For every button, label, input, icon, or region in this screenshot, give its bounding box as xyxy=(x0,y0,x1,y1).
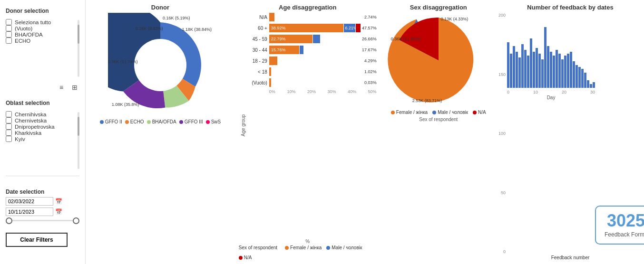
donor-label-4: 1.18K (38.84%) xyxy=(182,27,212,32)
calendar-icon-start[interactable]: 📅 xyxy=(55,198,62,205)
donor-checkbox-item[interactable]: BHA/OFDA xyxy=(6,31,77,38)
donor-legend-item: GFFO III xyxy=(179,119,203,124)
clear-filters-button[interactable]: Clear Filters xyxy=(6,233,68,247)
oblast-section-title: Oblast selection xyxy=(6,100,79,106)
donor-checkbox-item[interactable]: (Vuoto) xyxy=(6,25,77,31)
date-end-input[interactable] xyxy=(6,207,53,216)
oblast-checkbox[interactable] xyxy=(6,123,12,130)
oblast-checkbox-item[interactable]: Chernivetska xyxy=(6,117,77,123)
oblast-scrollbar-thumb[interactable] xyxy=(78,117,79,136)
sidebar: Donor selection Seleziona tutto(Vuoto)BH… xyxy=(0,0,86,264)
nfbd-bar xyxy=(524,50,527,88)
nfbd-y-label: 150 xyxy=(498,72,506,77)
sex-pie-svg xyxy=(386,13,491,108)
donor-legend-label: GFFO III xyxy=(185,119,203,124)
oblast-checkbox[interactable] xyxy=(6,111,12,117)
slider-thumb-left[interactable] xyxy=(6,217,12,224)
age-row-label: < 18 xyxy=(248,69,269,75)
nfbd-y-labels: 200150100500 xyxy=(498,13,507,254)
nfbd-bar xyxy=(521,44,524,88)
donor-donut-hole xyxy=(134,39,186,91)
feedback-number: 3025 xyxy=(607,212,644,229)
sex-chart-column: Sex disaggregation 0.13K (4.33%) 0.36K (… xyxy=(381,0,497,264)
nfbd-x-tick: 10 xyxy=(533,90,538,94)
oblast-checkbox[interactable] xyxy=(6,130,12,136)
age-bar-orange: 38.92% xyxy=(269,24,343,32)
nfbd-y-label: 0 xyxy=(503,249,506,254)
nfbd-bar xyxy=(541,59,544,88)
sex-label-3: 2.53K (83.71%) xyxy=(412,98,442,103)
donor-scrollbar[interactable] xyxy=(77,19,79,78)
donor-legend-item: GFFO II xyxy=(100,119,122,124)
oblast-list: ChernihivskaChernivetskaDnipropetrovskaK… xyxy=(6,111,77,170)
donor-checkbox[interactable] xyxy=(6,19,12,25)
donor-label-5: 1.08K (35.8%) xyxy=(112,102,139,107)
oblast-checkbox-item[interactable]: Kyiv xyxy=(6,136,77,142)
age-bar-blue xyxy=(313,35,320,43)
age-axis-label: 50% xyxy=(368,89,377,94)
calendar-icon-end[interactable]: 📅 xyxy=(55,208,62,215)
donor-checkbox-item[interactable]: ECHO xyxy=(6,38,77,44)
age-chart-title: Age disaggregation xyxy=(239,4,377,11)
age-chart-inner: N/A2.74%60 +38.92%6.21%47.57%45 - 5922.7… xyxy=(248,13,377,238)
donor-checkbox-label: (Vuoto) xyxy=(15,26,32,31)
nfbd-bar xyxy=(544,27,546,88)
sex-legend-label: N/A xyxy=(478,110,486,115)
nfbd-bar xyxy=(516,52,518,88)
oblast-checkbox-item[interactable]: Chernihivska xyxy=(6,111,77,117)
age-row: N/A2.74% xyxy=(248,13,377,21)
scrollbar-track[interactable] xyxy=(78,20,79,77)
oblast-scrollbar[interactable] xyxy=(77,111,79,170)
sex-legend-label: Female / жінка xyxy=(396,110,428,115)
age-y-label: Age group xyxy=(241,114,246,136)
donor-legend-label: BHA/OFDA xyxy=(152,119,176,124)
scrollbar-thumb[interactable] xyxy=(78,25,79,44)
age-bars-group xyxy=(269,13,363,21)
age-bars-group: 15.76% xyxy=(269,46,361,54)
nfbd-bar xyxy=(558,54,561,88)
sex-label-2: 0.36K (11.96%) xyxy=(391,37,421,41)
nfbd-x-tick: 20 xyxy=(562,90,566,94)
filter-icon[interactable]: ≡ xyxy=(57,83,66,92)
age-legend-dot xyxy=(326,246,330,250)
feedback-card: 3025 Feedback Forms xyxy=(595,206,644,245)
nfbd-bar xyxy=(538,54,541,88)
nfbd-bar xyxy=(573,61,575,88)
date-start-input[interactable] xyxy=(6,197,53,206)
sex-legend-item: Male / чоловік xyxy=(432,110,468,115)
age-bars-group: 22.79% xyxy=(269,35,361,43)
age-row: 60 +38.92%6.21%47.57% xyxy=(248,24,377,32)
age-bar-orange xyxy=(269,57,277,65)
donor-checkbox-item[interactable]: Seleziona tutto xyxy=(6,19,77,25)
date-end-row: 📅 xyxy=(6,207,79,216)
donor-checkbox[interactable] xyxy=(6,31,12,38)
age-axis-label: 20% xyxy=(307,89,316,94)
age-pct-label: 47.57% xyxy=(362,26,377,30)
donor-legend: GFFO IIECHOBHA/OFDAGFFO IIISwS xyxy=(100,119,221,124)
nfbd-chart-area: 200150100500 0102030 Day 3025 Feedback F… xyxy=(498,13,642,254)
oblast-checkbox-item[interactable]: Kharkivska xyxy=(6,130,77,136)
donor-label-2: 0.26K (8.43%) xyxy=(136,26,163,31)
oblast-checkbox-label: Kharkivska xyxy=(15,130,41,136)
nfbd-bar xyxy=(561,59,564,88)
age-bars-group xyxy=(269,78,363,87)
oblast-checkbox[interactable] xyxy=(6,136,12,142)
age-axis-label: 40% xyxy=(348,89,356,94)
sex-label-1: 0.13K (4.33%) xyxy=(441,17,468,21)
oblast-scrollbar-track[interactable] xyxy=(78,112,79,169)
donor-list: Seleziona tutto(Vuoto)BHA/OFDAECHO xyxy=(6,19,77,78)
oblast-checkbox[interactable] xyxy=(6,117,12,123)
date-start-row: 📅 xyxy=(6,197,79,206)
slider-thumb-right[interactable] xyxy=(73,217,79,224)
expand-icon[interactable]: ⊞ xyxy=(70,83,79,92)
date-section: Date selection 📅 📅 xyxy=(6,186,79,225)
nfbd-bar-area: 0102030 Day xyxy=(507,13,595,254)
sex-legend-dot xyxy=(473,111,477,114)
donor-checkbox[interactable] xyxy=(6,25,12,31)
oblast-checkbox-item[interactable]: Dnipropetrovska xyxy=(6,123,77,130)
nfbd-bar xyxy=(513,46,515,88)
age-legend-label: Male / чоловік xyxy=(332,245,362,250)
donor-checkbox[interactable] xyxy=(6,38,12,44)
age-legend-label: Female / жінка xyxy=(290,245,322,250)
donor-legend-dot xyxy=(147,120,151,124)
